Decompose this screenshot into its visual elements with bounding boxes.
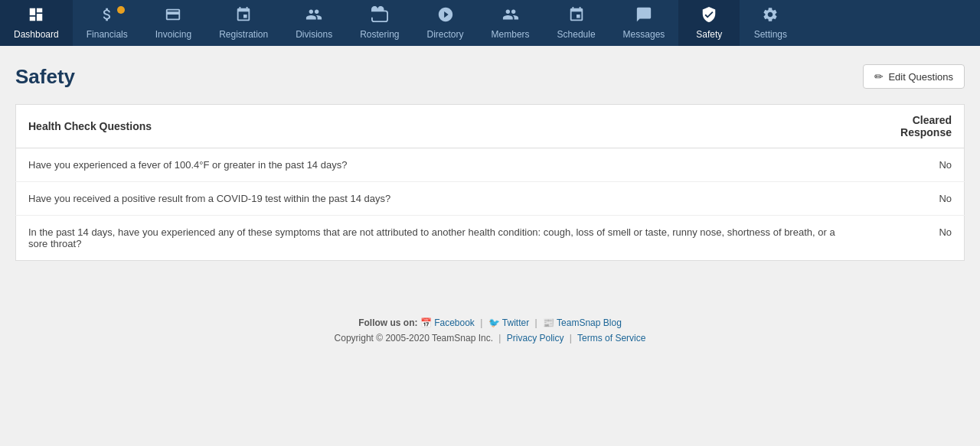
- privacy-link[interactable]: Privacy Policy: [507, 333, 564, 343]
- settings-icon: [762, 6, 779, 27]
- nav-label-invoicing: Invoicing: [155, 29, 191, 40]
- nav-item-divisions[interactable]: Divisions: [282, 0, 346, 46]
- separator-4: |: [570, 333, 572, 343]
- twitter-link-wrapper: 🐦 Twitter: [488, 317, 532, 328]
- footer-follow-line: Follow us on: 📅 Facebook | 🐦 Twitter | 📰…: [15, 317, 965, 328]
- invoicing-icon: [165, 6, 181, 27]
- financials-badge: [117, 6, 125, 14]
- nav-item-directory[interactable]: Directory: [413, 0, 478, 46]
- facebook-link-wrapper: 📅 Facebook: [420, 317, 477, 328]
- nav-item-dashboard[interactable]: Dashboard: [0, 0, 73, 46]
- nav-item-members[interactable]: Members: [478, 0, 544, 46]
- nav-label-members: Members: [492, 29, 530, 40]
- copyright-text: Copyright © 2005-2020 TeamSnap Inc.: [335, 333, 493, 343]
- messages-icon: [635, 6, 652, 27]
- page-header: Safety ✏ Edit Questions: [15, 64, 965, 89]
- nav-label-registration: Registration: [219, 29, 268, 40]
- footer-copyright-line: Copyright © 2005-2020 TeamSnap Inc. | Pr…: [15, 333, 965, 343]
- nav-label-rostering: Rostering: [360, 29, 399, 40]
- dashboard-icon: [28, 6, 44, 27]
- table-row: In the past 14 days, have you experience…: [16, 216, 965, 261]
- response-cell-1: No: [849, 182, 965, 216]
- directory-icon: [437, 6, 454, 27]
- table-row: Have you received a positive result from…: [16, 182, 965, 216]
- pencil-icon: ✏: [874, 70, 884, 83]
- divisions-icon: [305, 6, 322, 27]
- main-content: Safety ✏ Edit Questions Health Check Que…: [0, 46, 980, 295]
- rostering-icon: [371, 6, 388, 27]
- nav-label-settings: Settings: [754, 29, 787, 40]
- nav-label-directory: Directory: [427, 29, 464, 40]
- facebook-link[interactable]: Facebook: [434, 317, 475, 328]
- nav-label-safety: Safety: [696, 29, 722, 40]
- table-row: Have you experienced a fever of 100.4°F …: [16, 148, 965, 182]
- nav-label-financials: Financials: [87, 29, 128, 40]
- nav-label-divisions: Divisions: [296, 29, 332, 40]
- terms-link[interactable]: Terms of Service: [577, 333, 645, 343]
- separator-2: |: [535, 317, 537, 328]
- col-header-question: Health Check Questions: [16, 105, 849, 148]
- footer: Follow us on: 📅 Facebook | 🐦 Twitter | 📰…: [0, 295, 980, 366]
- question-cell-1: Have you received a positive result from…: [16, 182, 849, 216]
- top-nav: Dashboard Financials Invoicing Registrat…: [0, 0, 980, 46]
- nav-item-invoicing[interactable]: Invoicing: [142, 0, 205, 46]
- col-header-response: Cleared Response: [849, 105, 965, 148]
- blog-link-wrapper: 📰 TeamSnap Blog: [543, 317, 622, 328]
- nav-item-rostering[interactable]: Rostering: [346, 0, 413, 46]
- nav-item-safety[interactable]: Safety: [678, 0, 740, 46]
- schedule-icon: [568, 6, 585, 27]
- nav-label-dashboard: Dashboard: [14, 29, 59, 40]
- nav-label-messages: Messages: [623, 29, 665, 40]
- nav-item-financials[interactable]: Financials: [73, 0, 142, 46]
- safety-icon: [701, 6, 717, 27]
- edit-questions-button[interactable]: ✏ Edit Questions: [863, 64, 965, 89]
- nav-item-schedule[interactable]: Schedule: [544, 0, 609, 46]
- separator-1: |: [480, 317, 482, 328]
- follow-label: Follow us on:: [358, 317, 417, 328]
- twitter-link[interactable]: Twitter: [502, 317, 529, 328]
- nav-label-schedule: Schedule: [557, 29, 596, 40]
- health-check-table: Health Check Questions Cleared Response …: [15, 104, 965, 261]
- separator-3: |: [498, 333, 501, 343]
- edit-questions-label: Edit Questions: [888, 71, 953, 83]
- question-cell-2: In the past 14 days, have you experience…: [16, 216, 849, 261]
- page-title: Safety: [15, 65, 75, 89]
- response-cell-2: No: [849, 216, 965, 261]
- response-cell-0: No: [849, 148, 965, 182]
- table-header-row: Health Check Questions Cleared Response: [16, 105, 965, 148]
- registration-icon: [235, 6, 252, 27]
- blog-link[interactable]: TeamSnap Blog: [557, 317, 622, 328]
- financials-icon: [99, 6, 116, 27]
- nav-item-settings[interactable]: Settings: [740, 0, 801, 46]
- nav-item-registration[interactable]: Registration: [205, 0, 282, 46]
- nav-item-messages[interactable]: Messages: [609, 0, 679, 46]
- question-cell-0: Have you experienced a fever of 100.4°F …: [16, 148, 849, 182]
- members-icon: [502, 6, 519, 27]
